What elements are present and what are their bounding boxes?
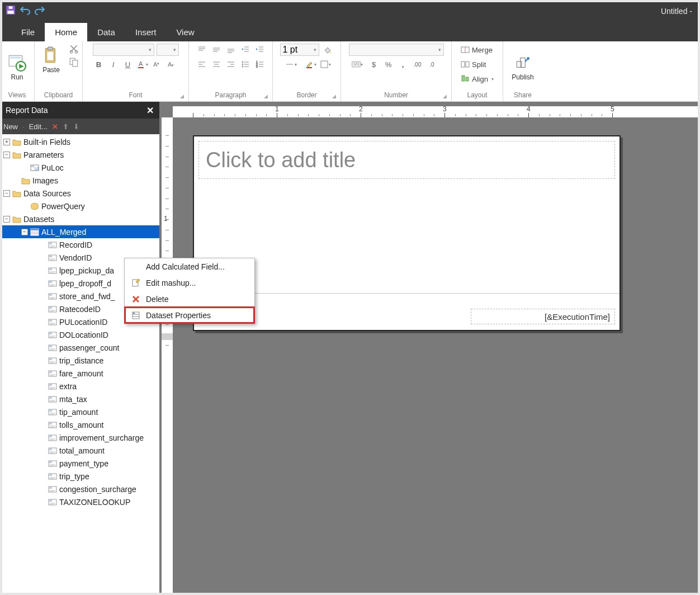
border-weight-combo[interactable]: 1 pt▾	[280, 44, 319, 56]
tree-images[interactable]: Images	[0, 174, 159, 187]
undo-icon[interactable]	[20, 5, 30, 17]
svg-rect-14	[138, 67, 144, 68]
merge-button[interactable]: Merge	[458, 44, 495, 56]
save-icon[interactable]	[6, 5, 16, 17]
tree-field-TAXIZONELOOKUP[interactable]: TAXIZONELOOKUP	[0, 495, 159, 508]
ctx-add-calculated-field[interactable]: Add Calculated Field...	[125, 258, 254, 275]
redo-icon[interactable]	[35, 5, 45, 17]
report-data-panel: Report Data ✕ New · Edit... ✕ ⬆ ⬇ +Built…	[0, 102, 159, 595]
tree-field-mta_tax[interactable]: mta_tax	[0, 393, 159, 405]
tree-field-congestion_surcharge[interactable]: congestion_surcharge	[0, 483, 159, 495]
tree-field-trip_type[interactable]: trip_type	[0, 470, 159, 483]
percent-icon[interactable]: %	[382, 58, 395, 70]
svg-rect-101	[49, 320, 52, 322]
cut-icon[interactable]	[69, 44, 79, 56]
move-down-icon[interactable]: ⬇	[73, 122, 79, 131]
currency-icon[interactable]: $	[368, 58, 380, 70]
tree-dataset-all-merged[interactable]: −ALL_Merged	[0, 225, 159, 238]
title-placeholder[interactable]: Click to add title	[198, 141, 615, 179]
delete-icon	[129, 295, 143, 304]
svg-rect-164	[133, 313, 135, 314]
number-format-combo[interactable]: ▾	[349, 44, 444, 56]
svg-rect-8	[47, 52, 53, 60]
tree-field-fare_amount[interactable]: fare_amount	[0, 367, 159, 380]
thousands-icon[interactable]: ,	[397, 58, 409, 70]
tab-file[interactable]: File	[11, 23, 45, 41]
run-button[interactable]: Run	[4, 51, 30, 83]
svg-rect-63	[466, 62, 469, 67]
tree-field-total_amount[interactable]: total_amount	[0, 444, 159, 457]
tree-field-trip_distance[interactable]: trip_distance	[0, 354, 159, 367]
decrease-indent-icon[interactable]	[239, 44, 252, 56]
tab-view[interactable]: View	[166, 23, 204, 41]
tree-field-RecordID[interactable]: RecordID	[0, 238, 159, 251]
align-left-icon[interactable]	[196, 58, 208, 70]
grow-font-button[interactable]: A▴	[151, 58, 163, 70]
publish-button[interactable]: Publish	[508, 51, 537, 83]
tree-field-tolls_amount[interactable]: tolls_amount	[0, 418, 159, 431]
bold-button[interactable]: B	[93, 58, 105, 70]
split-button[interactable]: Split	[458, 58, 488, 70]
close-icon[interactable]: ✕	[146, 105, 154, 116]
delete-icon[interactable]: ✕	[52, 122, 58, 131]
ctx-dataset-properties[interactable]: Dataset Properties	[125, 307, 254, 323]
tree-field-DOLocationID[interactable]: DOLocationID	[0, 328, 159, 341]
design-canvas[interactable]: 12345 1 Click to add title [&ExecutionTi…	[159, 102, 700, 595]
placeholder-icon[interactable]: 123▾	[349, 58, 366, 70]
bucket-fill-icon[interactable]	[321, 44, 334, 56]
tree-field-payment_type[interactable]: payment_type	[0, 457, 159, 470]
tree-param-PuLoc[interactable]: [@]PuLoc	[0, 161, 159, 174]
shrink-font-button[interactable]: A▾	[165, 58, 178, 70]
group-number: ▾ 123▾ $ % , .00 .0 Number◢	[341, 41, 452, 101]
tree-field-tip_amount[interactable]: tip_amount	[0, 405, 159, 418]
copy-icon[interactable]	[69, 57, 79, 69]
align-middle-icon[interactable]	[210, 44, 223, 56]
underline-button[interactable]: U	[122, 58, 134, 70]
borders-icon[interactable]: ▾	[319, 58, 332, 70]
tree-parameters[interactable]: −Parameters	[0, 148, 159, 161]
numbering-icon[interactable]: 123	[254, 58, 266, 70]
ribbon-tabs: File Home Data Insert View	[0, 22, 700, 41]
tree-field-extra[interactable]: extra	[0, 380, 159, 393]
border-color-icon[interactable]: ▾	[305, 58, 317, 70]
section-divider	[194, 293, 619, 294]
svg-rect-93	[49, 294, 52, 296]
tree-builtin-fields[interactable]: +Built-in Fields	[0, 135, 159, 148]
align-right-icon[interactable]	[225, 58, 237, 70]
report-page[interactable]: Click to add title [&ExecutionTime]	[193, 135, 621, 331]
tree-ds-PowerQuery[interactable]: PowerQuery	[0, 200, 159, 212]
font-color-button[interactable]: A▾	[136, 58, 149, 70]
bullets-icon[interactable]	[239, 58, 252, 70]
tab-home[interactable]: Home	[45, 23, 87, 41]
tree-datasets[interactable]: −Datasets	[0, 212, 159, 225]
increase-indent-icon[interactable]	[254, 44, 266, 56]
tab-insert[interactable]: Insert	[125, 23, 167, 41]
font-name-combo[interactable]: ▾	[93, 44, 154, 56]
new-button[interactable]: New	[3, 122, 18, 131]
ctx-delete[interactable]: Delete	[125, 291, 254, 307]
footer-expression[interactable]: [&ExecutionTime]	[471, 309, 615, 324]
increase-decimal-icon[interactable]: .00	[412, 58, 424, 70]
svg-point-43	[242, 62, 243, 63]
paste-button[interactable]: Paste	[39, 44, 64, 76]
tree-datasources[interactable]: −Data Sources	[0, 187, 159, 200]
svg-rect-77	[49, 243, 52, 244]
border-style-combo[interactable]: ▾	[280, 58, 302, 70]
svg-rect-7	[48, 47, 53, 50]
report-data-tree[interactable]: +Built-in Fields−Parameters[@]PuLocImage…	[0, 134, 159, 595]
tree-field-improvement_surcharge[interactable]: improvement_surcharge	[0, 431, 159, 444]
align-button[interactable]: Align▾	[458, 73, 496, 85]
align-bottom-icon[interactable]	[225, 44, 237, 56]
align-center-icon[interactable]	[210, 58, 223, 70]
ctx-edit-mashup[interactable]: Edit mashup...	[125, 275, 254, 291]
svg-rect-149	[49, 474, 52, 476]
move-up-icon[interactable]: ⬆	[63, 122, 69, 131]
svg-rect-157	[49, 500, 52, 502]
tree-field-passenger_count[interactable]: passenger_count	[0, 341, 159, 354]
italic-button[interactable]: I	[107, 58, 120, 70]
edit-button[interactable]: Edit...	[29, 122, 48, 131]
font-size-combo[interactable]: ▾	[157, 44, 179, 56]
align-top-icon[interactable]	[196, 44, 208, 56]
tab-data[interactable]: Data	[87, 23, 125, 41]
decrease-decimal-icon[interactable]: .0	[426, 58, 438, 70]
